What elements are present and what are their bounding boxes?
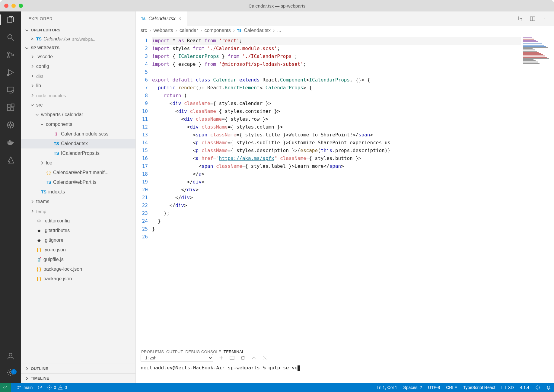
search-icon[interactable] [6, 33, 15, 42]
timeline-section[interactable]: TIMELINE [21, 373, 135, 383]
breadcrumb-item[interactable]: Calendar.tsx [244, 28, 271, 33]
cursor-position[interactable]: Ln 1, Col 1 [377, 385, 397, 390]
folder-item[interactable]: loc [21, 158, 135, 168]
close-panel-icon[interactable] [262, 355, 267, 361]
folder-section[interactable]: SP-WEBPARTS [21, 44, 135, 52]
split-editor-icon[interactable] [530, 16, 536, 22]
sync-button[interactable] [37, 385, 42, 390]
docker-icon[interactable] [6, 138, 15, 147]
breadcrumb-item[interactable]: src [141, 28, 147, 33]
window-close-button[interactable] [4, 4, 8, 8]
file-item[interactable]: { }CalendarWebPart.manif... [21, 168, 135, 177]
window-title: Calendar.tsx — sp-webparts [249, 3, 305, 8]
eol-status[interactable]: CRLF [446, 385, 457, 390]
explorer-icon[interactable] [6, 16, 15, 24]
close-icon[interactable]: × [30, 36, 34, 42]
folder-item[interactable]: node_modules [21, 91, 135, 100]
svg-point-22 [18, 388, 19, 389]
folder-item[interactable]: temp [21, 206, 135, 216]
folder-item[interactable]: .vscode [21, 52, 135, 62]
outline-section[interactable]: OUTLINE [21, 364, 135, 373]
explorer-more-icon[interactable]: ··· [125, 16, 130, 21]
file-item[interactable]: ⚙.editorconfig [21, 216, 135, 226]
status-bar: main 0 0 Ln 1, Col 1 Spaces: 2 UTF-8 CRL… [0, 383, 554, 392]
file-item[interactable]: { }.yo-rc.json [21, 245, 135, 255]
svg-rect-8 [8, 108, 10, 110]
file-item[interactable]: §Calendar.module.scss [21, 129, 135, 139]
feedback-icon[interactable] [535, 385, 540, 390]
folder-item[interactable]: src [21, 100, 135, 110]
window-minimize-button[interactable] [11, 4, 16, 8]
xd-status[interactable]: XD [501, 385, 514, 390]
minimap[interactable] [521, 35, 554, 347]
window-maximize-button[interactable] [19, 4, 23, 8]
tab-calendar-tsx[interactable]: TS Calendar.tsx × [136, 11, 187, 26]
settings-badge: 1 [11, 369, 17, 374]
kill-terminal-icon[interactable] [240, 355, 246, 361]
xd-icon [501, 385, 506, 390]
open-editor-item[interactable]: × TS Calendar.tsx src/webpa... [21, 34, 135, 44]
svg-point-1 [8, 52, 9, 54]
open-editors-section[interactable]: OPEN EDITORS [21, 26, 135, 34]
terminal-selector[interactable]: 1: zsh [141, 354, 213, 362]
maximize-panel-icon[interactable] [251, 355, 256, 361]
svg-point-2 [8, 56, 9, 58]
file-item[interactable]: 🥤gulpfile.js [21, 255, 135, 264]
folder-item[interactable]: dist [21, 71, 135, 81]
file-item[interactable]: ◆.gitattributes [21, 226, 135, 235]
folder-item[interactable]: teams [21, 197, 135, 206]
svg-rect-7 [8, 104, 10, 107]
account-icon[interactable] [6, 352, 15, 360]
warning-icon [58, 385, 63, 390]
file-item[interactable]: TSCalendarWebPart.ts [21, 177, 135, 187]
version-status[interactable]: 4.1.4 [520, 385, 529, 390]
source-control-icon[interactable] [6, 51, 15, 59]
remote-explorer-icon[interactable] [6, 86, 15, 94]
file-item[interactable]: { }package-lock.json [21, 264, 135, 274]
notifications-icon[interactable] [546, 385, 551, 390]
panel: PROBLEMS OUTPUT DEBUG CONSOLE TERMINAL 1… [136, 347, 554, 383]
breadcrumb-item[interactable]: webparts [154, 28, 173, 33]
compare-changes-icon[interactable] [517, 16, 523, 22]
indentation-status[interactable]: Spaces: 2 [403, 385, 422, 390]
file-item[interactable]: { }package.json [21, 274, 135, 284]
activity-bar: 1 [0, 11, 21, 383]
kubernetes-icon[interactable] [6, 121, 15, 129]
svg-point-26 [536, 386, 540, 389]
file-item[interactable]: TSICalendarProps.ts [21, 148, 135, 158]
git-branch[interactable]: main [17, 385, 33, 390]
split-terminal-icon[interactable] [229, 355, 235, 361]
titlebar: Calendar.tsx — sp-webparts [0, 0, 554, 11]
file-item[interactable]: ◆.gitignore [21, 235, 135, 245]
svg-rect-14 [9, 142, 10, 143]
debug-icon[interactable] [6, 68, 15, 77]
terminal[interactable]: neilhaddley@Neils-MacBook-Air sp-webpart… [136, 362, 554, 383]
code-editor[interactable]: import * as React from 'react';import st… [152, 35, 521, 347]
new-terminal-icon[interactable] [218, 355, 224, 361]
breadcrumb-item[interactable]: components [205, 28, 231, 33]
tab-close-icon[interactable]: × [178, 16, 181, 21]
language-mode[interactable]: TypeScript React [463, 385, 495, 390]
problems-status[interactable]: 0 0 [47, 385, 67, 390]
breadcrumb-item[interactable]: ... [277, 28, 281, 33]
folder-item[interactable]: config [21, 62, 135, 71]
azure-icon[interactable] [6, 156, 15, 164]
breadcrumb-item[interactable]: calendar [180, 28, 198, 33]
remote-indicator[interactable] [0, 383, 11, 392]
file-item[interactable]: TSindex.ts [21, 187, 135, 197]
svg-point-23 [20, 386, 21, 387]
svg-rect-25 [502, 386, 505, 389]
extensions-icon[interactable] [6, 103, 15, 112]
svg-rect-16 [9, 140, 10, 142]
terminal-prompt: neilhaddley@Neils-MacBook-Air sp-webpart… [141, 365, 298, 371]
sync-icon [37, 385, 42, 390]
file-item[interactable]: TSCalendar.tsx [21, 139, 135, 148]
folder-item[interactable]: components [21, 120, 135, 129]
folder-item[interactable]: lib [21, 81, 135, 91]
encoding-status[interactable]: UTF-8 [428, 385, 440, 390]
folder-item[interactable]: webparts / calendar [21, 110, 135, 120]
panel-tab-terminal[interactable]: TERMINAL [223, 348, 245, 356]
error-icon [47, 385, 52, 390]
breadcrumbs: src› webparts› calendar› components› TS … [136, 26, 554, 35]
editor-more-icon[interactable]: ··· [542, 16, 547, 21]
